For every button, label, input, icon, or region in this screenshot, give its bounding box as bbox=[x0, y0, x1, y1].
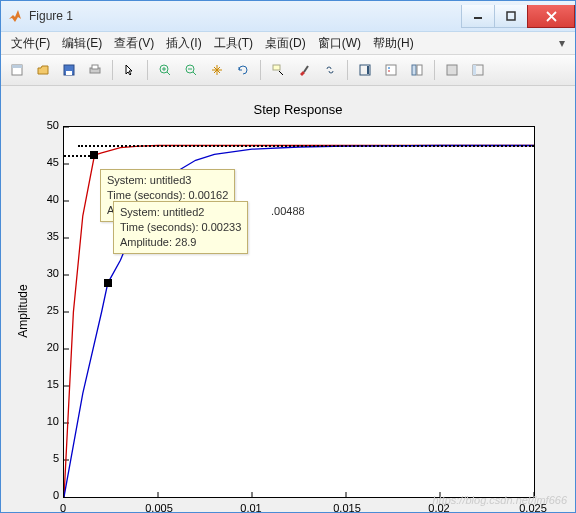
ytick: 30 bbox=[33, 267, 59, 279]
y-axis-label: Amplitude bbox=[15, 126, 31, 496]
save-button[interactable] bbox=[57, 58, 81, 82]
pointer-button[interactable] bbox=[118, 58, 142, 82]
window-title: Figure 1 bbox=[29, 9, 462, 23]
datatip-line: Time (seconds): 0.00233 bbox=[120, 220, 241, 235]
svg-line-18 bbox=[279, 71, 283, 75]
datatip-trailing-value: .00488 bbox=[271, 205, 305, 217]
rotate-button[interactable] bbox=[231, 58, 255, 82]
minimize-button[interactable] bbox=[461, 5, 495, 28]
ytick: 25 bbox=[33, 304, 59, 316]
svg-rect-5 bbox=[12, 65, 22, 68]
hide-tools-button[interactable] bbox=[440, 58, 464, 82]
menu-help[interactable]: 帮助(H) bbox=[367, 33, 420, 54]
figure-window: Figure 1 文件(F) 编辑(E) 查看(V) 插入(I) 工具(T) 桌… bbox=[0, 0, 576, 513]
chart-title: Step Response bbox=[63, 102, 533, 117]
svg-rect-21 bbox=[367, 66, 369, 74]
plottools-button[interactable] bbox=[405, 58, 429, 82]
zoom-in-button[interactable] bbox=[153, 58, 177, 82]
xtick: 0 bbox=[57, 502, 69, 513]
datatip-line: Amplitude: 28.9 bbox=[120, 235, 241, 250]
xtick: 0.005 bbox=[139, 502, 179, 513]
toolbar-separator bbox=[112, 60, 113, 80]
datatip-line: System: untitled2 bbox=[120, 205, 241, 220]
svg-rect-17 bbox=[273, 65, 280, 70]
svg-rect-9 bbox=[92, 65, 98, 69]
datatip-untitled2[interactable]: System: untitled2 Time (seconds): 0.0023… bbox=[113, 201, 248, 254]
menu-file[interactable]: 文件(F) bbox=[5, 33, 56, 54]
toolbar bbox=[1, 55, 575, 86]
svg-rect-22 bbox=[386, 65, 396, 75]
new-figure-button[interactable] bbox=[5, 58, 29, 82]
figure-area[interactable]: Step Response Amplitude Time (seconds) 0… bbox=[1, 86, 575, 512]
watermark: https://blog.csdn.net/lmf666 bbox=[432, 494, 567, 506]
menubar: 文件(F) 编辑(E) 查看(V) 插入(I) 工具(T) 桌面(D) 窗口(W… bbox=[1, 32, 575, 55]
ytick: 15 bbox=[33, 378, 59, 390]
svg-line-19 bbox=[304, 66, 308, 72]
toolbar-separator bbox=[260, 60, 261, 80]
ytick: 35 bbox=[33, 230, 59, 242]
toolbar-separator bbox=[147, 60, 148, 80]
toolbar-separator bbox=[347, 60, 348, 80]
svg-line-15 bbox=[193, 72, 196, 75]
menu-insert[interactable]: 插入(I) bbox=[160, 33, 207, 54]
datatip-line: System: untitled3 bbox=[107, 173, 228, 188]
maximize-button[interactable] bbox=[494, 5, 528, 28]
menu-window[interactable]: 窗口(W) bbox=[312, 33, 367, 54]
menu-desktop[interactable]: 桌面(D) bbox=[259, 33, 312, 54]
menu-overflow-icon[interactable]: ▾ bbox=[553, 36, 571, 50]
data-marker-untitled2[interactable] bbox=[104, 279, 112, 287]
ytick: 45 bbox=[33, 156, 59, 168]
link-button[interactable] bbox=[318, 58, 342, 82]
xtick: 0.015 bbox=[327, 502, 367, 513]
xtick: 0.01 bbox=[235, 502, 267, 513]
ytick: 50 bbox=[33, 119, 59, 131]
axes[interactable]: System: untitled3 Time (seconds): 0.0016… bbox=[63, 126, 535, 498]
ytick: 0 bbox=[33, 489, 59, 501]
open-button[interactable] bbox=[31, 58, 55, 82]
svg-rect-29 bbox=[473, 65, 476, 75]
svg-rect-25 bbox=[412, 65, 416, 75]
datacursor-button[interactable] bbox=[266, 58, 290, 82]
brush-button[interactable] bbox=[292, 58, 316, 82]
show-tools-button[interactable] bbox=[466, 58, 490, 82]
ytick: 5 bbox=[33, 452, 59, 464]
titlebar[interactable]: Figure 1 bbox=[1, 1, 575, 32]
print-button[interactable] bbox=[83, 58, 107, 82]
ytick: 20 bbox=[33, 341, 59, 353]
close-button[interactable] bbox=[527, 5, 575, 28]
menu-view[interactable]: 查看(V) bbox=[108, 33, 160, 54]
data-marker-untitled3[interactable] bbox=[90, 151, 98, 159]
svg-rect-7 bbox=[66, 71, 72, 75]
colorbar-button[interactable] bbox=[353, 58, 377, 82]
menu-tools[interactable]: 工具(T) bbox=[208, 33, 259, 54]
svg-rect-1 bbox=[507, 12, 515, 20]
matlab-icon bbox=[7, 8, 23, 24]
window-buttons bbox=[462, 5, 575, 27]
menu-edit[interactable]: 编辑(E) bbox=[56, 33, 108, 54]
pan-button[interactable] bbox=[205, 58, 229, 82]
svg-rect-27 bbox=[447, 65, 457, 75]
zoom-out-button[interactable] bbox=[179, 58, 203, 82]
ytick: 10 bbox=[33, 415, 59, 427]
legend-button[interactable] bbox=[379, 58, 403, 82]
toolbar-separator bbox=[434, 60, 435, 80]
svg-line-11 bbox=[167, 72, 170, 75]
steady-state-line bbox=[78, 145, 534, 147]
svg-rect-26 bbox=[417, 65, 422, 75]
ytick: 40 bbox=[33, 193, 59, 205]
